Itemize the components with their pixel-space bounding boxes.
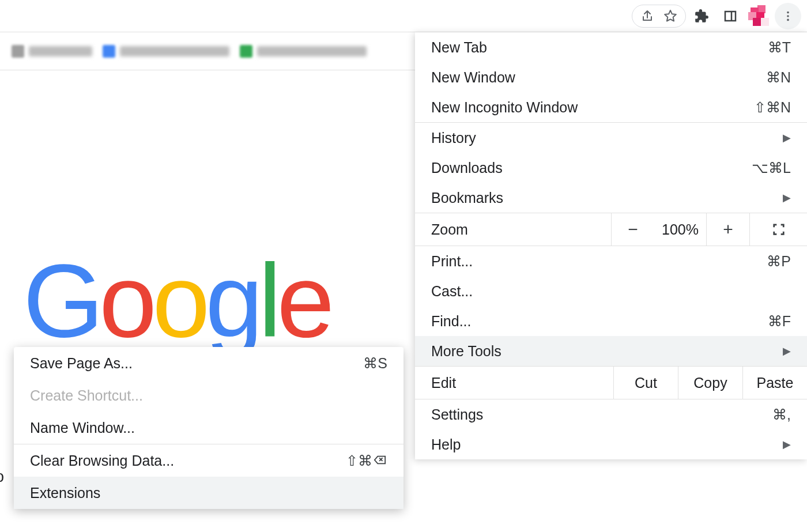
more-tools-submenu: Save Page As...⌘S Create Shortcut... Nam… <box>14 347 404 509</box>
menu-print[interactable]: Print...⌘P <box>415 246 807 276</box>
svg-point-2 <box>787 11 789 13</box>
bookmark-item[interactable] <box>12 45 92 58</box>
chevron-right-icon: ▶ <box>783 131 791 144</box>
svg-point-3 <box>787 15 789 17</box>
address-bar-actions <box>632 5 686 28</box>
chevron-right-icon: ▶ <box>783 345 791 357</box>
cutoff-text: o <box>0 468 4 486</box>
zoom-value: 100% <box>654 213 706 246</box>
submenu-name-window[interactable]: Name Window... <box>14 412 404 444</box>
menu-edit-row: Edit Cut Copy Paste <box>415 366 807 399</box>
submenu-clear-browsing-data[interactable]: Clear Browsing Data... ⇧⌘ <box>14 444 404 477</box>
bookmark-item[interactable] <box>103 45 229 58</box>
menu-bookmarks[interactable]: Bookmarks▶ <box>415 183 807 213</box>
menu-downloads[interactable]: Downloads⌥⌘L <box>415 153 807 183</box>
chevron-right-icon: ▶ <box>783 438 791 451</box>
edit-cut-button[interactable]: Cut <box>613 367 678 399</box>
sidepanel-icon[interactable] <box>717 3 744 29</box>
edit-copy-button[interactable]: Copy <box>678 367 742 399</box>
menu-settings[interactable]: Settings⌘, <box>415 399 807 429</box>
menu-help[interactable]: Help▶ <box>415 429 807 459</box>
menu-history[interactable]: History▶ <box>415 123 807 153</box>
submenu-create-shortcut: Create Shortcut... <box>14 379 404 412</box>
menu-new-window[interactable]: New Window⌘N <box>415 62 807 92</box>
fullscreen-button[interactable] <box>749 213 807 246</box>
menu-cast[interactable]: Cast... <box>415 276 807 306</box>
edit-paste-button[interactable]: Paste <box>742 367 807 399</box>
menu-more-tools[interactable]: More Tools▶ <box>415 336 807 366</box>
menu-new-tab[interactable]: New Tab⌘T <box>415 32 807 62</box>
chevron-right-icon: ▶ <box>783 191 791 204</box>
browser-toolbar <box>0 0 807 32</box>
share-icon[interactable] <box>637 6 658 27</box>
zoom-out-button[interactable]: − <box>611 213 654 246</box>
zoom-label: Zoom <box>415 213 611 246</box>
profile-avatar[interactable] <box>746 3 772 29</box>
bookmark-item[interactable] <box>240 45 367 58</box>
star-icon[interactable] <box>660 6 681 27</box>
extensions-icon[interactable] <box>688 3 715 29</box>
menu-incognito[interactable]: New Incognito Window⇧⌘N <box>415 92 807 122</box>
google-logo: Google <box>23 249 330 353</box>
zoom-in-button[interactable]: + <box>706 213 749 246</box>
svg-point-4 <box>787 18 789 21</box>
edit-label: Edit <box>415 367 613 399</box>
kebab-menu-icon[interactable] <box>775 3 801 29</box>
chrome-main-menu: New Tab⌘T New Window⌘N New Incognito Win… <box>415 32 807 459</box>
submenu-save-page[interactable]: Save Page As...⌘S <box>14 347 404 379</box>
submenu-extensions[interactable]: Extensions <box>14 477 404 509</box>
menu-zoom-row: Zoom − 100% + <box>415 213 807 246</box>
menu-find[interactable]: Find...⌘F <box>415 306 807 336</box>
svg-rect-0 <box>725 12 736 21</box>
delete-icon <box>372 452 387 467</box>
